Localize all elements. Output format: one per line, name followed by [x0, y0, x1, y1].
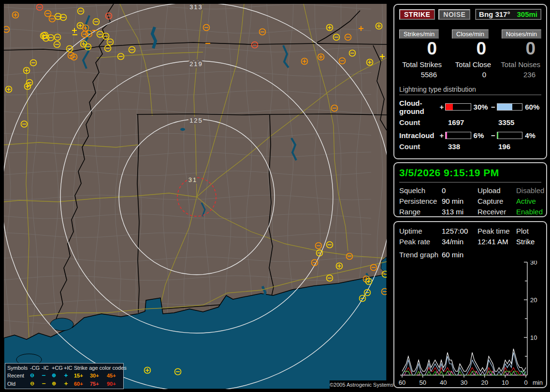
peak-rate-value: 34/min [442, 238, 478, 246]
range-ring-label: 219 [189, 60, 203, 68]
range-label: Range [399, 208, 442, 216]
total-noises-label: Total Noises [498, 60, 541, 69]
bearing-label: Bng 317° [479, 10, 510, 18]
strike-counters-panel: STRIKE NOISE Bng 317° 305mi Strikes/min … [393, 4, 547, 159]
plus-sign: + [439, 103, 444, 111]
y-tick-label: 10 [530, 334, 537, 341]
trend-panel: Uptime 1257:00 Peak time Plot Peak rate … [393, 221, 547, 388]
noises-per-min-value: 0 [498, 39, 541, 59]
close-per-min-button[interactable]: Close/min [452, 29, 489, 39]
cg-negative-bar [497, 103, 523, 111]
minus-sign: − [491, 131, 495, 140]
cg-positive-count: 1697 [448, 118, 498, 126]
persistence-value: 90 min [442, 197, 478, 205]
total-strikes-value: 5586 [399, 70, 443, 79]
intracloud-row: Intracloud + 6% − 4% [399, 131, 541, 140]
map-legend: Symbols -CG -IC +CG +IC Strike age color… [5, 363, 124, 389]
plot-label: Plot [516, 227, 541, 235]
total-strikes-label: Total Strikes [399, 60, 443, 69]
trend-graph-setting: Trend graph 60 min [399, 251, 541, 259]
legend-header-symbols: Symbols [7, 365, 30, 371]
minus-sign: − [491, 103, 495, 111]
strikes-counter-column: Strikes/min 0 Total Strikes 5586 [399, 29, 443, 79]
peak-time-value: 12:41 AM [478, 238, 516, 246]
distribution-title: Lightning type distribution [399, 85, 541, 95]
minus-icon: − [42, 381, 52, 387]
strike-button[interactable]: STRIKE [399, 9, 435, 20]
intracloud-count-row: Count 338 196 [399, 142, 541, 151]
legend-header-pos-ic: +IC [64, 365, 74, 371]
legend-header-neg-cg: -CG [30, 365, 42, 371]
count-label: Count [399, 118, 448, 126]
peak-time-label: Peak time [478, 227, 516, 235]
range-value: 313 mi [442, 208, 478, 216]
x-tick-label: 60 [399, 379, 405, 386]
cloud-ground-count-row: Count 1697 3355 [399, 118, 541, 126]
circle-plus-icon: ⊕ [52, 381, 64, 387]
ic-positive-pct: 6% [472, 131, 490, 140]
settings-grid: Squelch 0 Upload Disabled Persistence 90… [399, 186, 541, 216]
plus-sign: + [439, 131, 444, 140]
range-ring-label: 313 [189, 4, 203, 11]
trend-graph-value: 60 min [442, 251, 541, 259]
close-per-min-value: 0 [449, 39, 492, 59]
capture-status: Active [516, 197, 544, 205]
receiver-status: Enabled [516, 208, 544, 216]
circle-minus-icon: ⊖ [30, 373, 42, 378]
age-code: 30+ [90, 373, 107, 378]
x-tick-label: 20 [481, 379, 488, 386]
x-tick-label: 50 [419, 379, 426, 386]
cloud-ground-label: Cloud-ground [399, 99, 438, 115]
x-tick-label: 0 [524, 379, 527, 386]
cg-positive-pct: 30% [472, 103, 490, 111]
cg-negative-pct: 60% [523, 103, 541, 111]
range-ring-label: 125 [189, 117, 203, 124]
trend-graph-label: Trend graph [399, 251, 442, 259]
rate-counters: Strikes/min 0 Total Strikes 5586 Close/m… [399, 29, 541, 79]
uptime-stats-grid: Uptime 1257:00 Peak time Plot Peak rate … [399, 227, 541, 246]
noises-per-min-button[interactable]: Noises/min [502, 29, 541, 39]
plus-icon: + [64, 373, 74, 378]
ic-positive-count: 338 [448, 142, 498, 151]
age-code: 15+ [74, 373, 90, 378]
chart-axes [400, 262, 527, 378]
total-noises-value: 236 [498, 70, 541, 79]
lightning-map[interactable]: 31321912531 [4, 4, 387, 389]
legend-age-title: Strike age color codes [74, 365, 123, 371]
x-axis-unit: min [533, 379, 543, 386]
intracloud-label: Intracloud [399, 131, 438, 140]
circle-plus-icon: ⊕ [52, 373, 64, 378]
uptime-value: 1257:00 [442, 227, 478, 235]
count-label: Count [399, 142, 448, 151]
strikes-per-min-button[interactable]: Strikes/min [399, 29, 439, 39]
cg-negative-count: 3355 [498, 118, 514, 126]
receiver-label: Receiver [478, 208, 516, 216]
ic-negative-bar [497, 132, 523, 139]
app-window: 31321912531 Symbols -CG -IC +CG +IC Stri… [0, 0, 550, 392]
ic-negative-pct: 4% [523, 131, 541, 140]
minus-icon: − [42, 373, 52, 378]
noises-counter-column: Noises/min 0 Total Noises 236 [498, 29, 541, 79]
ic-positive-bar [445, 132, 471, 139]
cloud-ground-row: Cloud-ground + 30% − 60% [399, 99, 541, 115]
age-code: 45+ [107, 373, 123, 378]
y-tick-label: 20 [530, 296, 537, 304]
plot-value: Strike [516, 238, 541, 246]
noise-button[interactable]: NOISE [438, 9, 470, 20]
capture-label: Capture [478, 197, 516, 205]
squelch-label: Squelch [399, 186, 442, 195]
cg-positive-bar [445, 103, 471, 111]
strikes-per-min-value: 0 [399, 39, 443, 59]
age-code: 90+ [107, 381, 123, 387]
plus-icon: + [64, 381, 74, 387]
persistence-label: Persistence [399, 197, 442, 205]
legend-header-pos-cg: +CG [52, 365, 64, 371]
legend-row-label: Old [7, 381, 30, 387]
age-code: 60+ [74, 381, 90, 387]
total-close-value: 0 [449, 70, 492, 79]
bearing-display: Bng 317° 305mi [475, 9, 541, 20]
datetime-display: 3/5/2026 9:15:19 PM [399, 167, 541, 182]
bearing-range: 305mi [517, 10, 537, 18]
x-tick-label: 30 [461, 379, 467, 386]
age-code: 75+ [90, 381, 107, 387]
